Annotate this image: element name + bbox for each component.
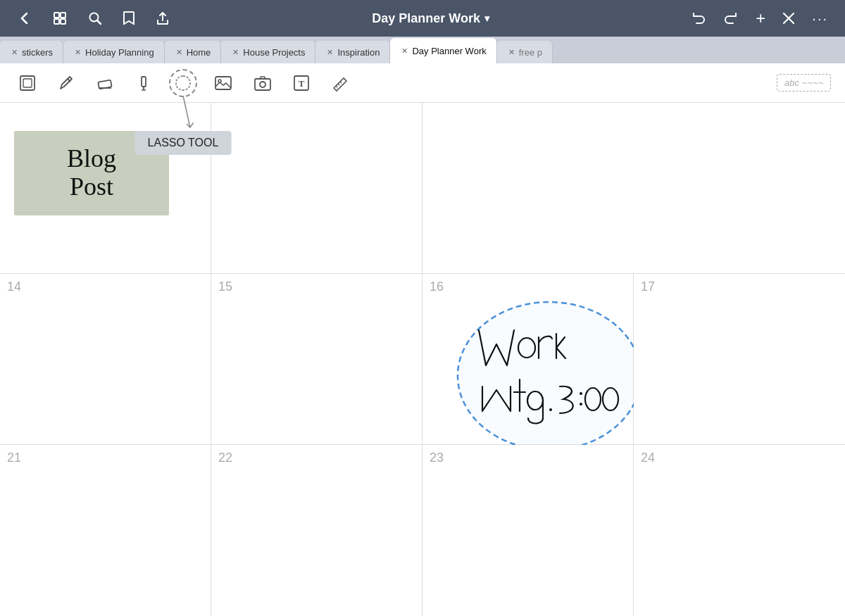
lasso-arrow [173,96,194,131]
cal-cell-top-2[interactable] [211,103,423,274]
svg-point-32 [585,388,601,410]
svg-rect-1 [61,13,65,18]
svg-rect-19 [255,79,270,90]
eraser-tool[interactable] [92,70,118,96]
tab-close-stickers[interactable]: ✕ [11,48,18,57]
tab-inspiration[interactable]: ✕ Inspiration [315,41,390,63]
tab-close-house[interactable]: ✕ [232,48,239,57]
close-button[interactable] [777,9,801,27]
svg-rect-2 [54,19,59,24]
tab-close-free-p[interactable]: ✕ [508,48,515,57]
svg-text:T: T [299,78,305,89]
window-title: Day Planner Work ▾ [184,11,677,26]
toolbar: LASSO TOOL T abc ~~~~ [0,63,845,103]
tab-holiday-planning[interactable]: ✕ Holiday Planning [63,41,165,63]
svg-rect-9 [23,79,32,87]
highlighter-tool[interactable] [131,70,156,96]
cal-cell-21[interactable]: 21 [0,445,211,616]
dropdown-icon[interactable]: ▾ [484,13,489,24]
svg-line-16 [183,96,190,127]
blog-post-text: BlogPost [67,145,116,201]
date-15: 15 [218,279,232,294]
tab-free-p[interactable]: ✕ free p [497,41,553,63]
tab-close-home[interactable]: ✕ [176,48,182,57]
svg-rect-13 [142,77,146,87]
main-content: BlogPost 14 15 16 [0,103,845,616]
svg-rect-0 [54,13,59,18]
image-tool[interactable] [210,70,237,96]
bookmark-button[interactable] [117,8,141,29]
lasso-tooltip: LASSO TOOL [135,131,232,155]
text-tool[interactable]: T [289,70,314,96]
tab-label-free-p: free p [519,47,542,58]
camera-tool[interactable] [249,70,276,96]
tab-label-house: House Projects [243,47,305,58]
title-text: Day Planner Work [372,11,480,26]
tab-house-projects[interactable]: ✕ House Projects [221,41,315,63]
cal-cell-14[interactable]: 14 [0,274,211,445]
date-22: 22 [218,451,232,465]
add-button[interactable]: + [750,6,771,31]
redo-button[interactable] [718,8,744,29]
date-16: 16 [430,279,444,294]
cal-cell-top-4[interactable] [634,103,845,274]
svg-point-28 [527,391,543,410]
tab-close-holiday[interactable]: ✕ [75,48,81,57]
svg-line-23 [338,84,339,85]
cal-cell-top-3[interactable] [423,103,634,274]
svg-point-29 [549,408,552,411]
select-tool[interactable] [14,70,41,96]
tab-stickers[interactable]: ✕ stickers [0,41,63,63]
svg-line-24 [340,82,342,83]
svg-point-27 [518,338,535,358]
lasso-tool[interactable] [169,69,197,97]
svg-rect-3 [61,19,65,24]
abc-tool-label: abc ~~~~ [784,77,823,88]
tab-label-stickers: stickers [22,47,53,58]
lasso-tooltip-text: LASSO TOOL [148,137,219,149]
undo-button[interactable] [685,8,712,29]
search-button[interactable] [82,8,108,29]
handwriting-work-mtg [472,309,627,443]
svg-point-31 [580,403,582,406]
date-21: 21 [7,451,21,465]
cal-cell-23[interactable]: 23 [423,445,634,616]
cal-cell-22[interactable]: 22 [211,445,423,616]
date-23: 23 [430,451,444,465]
tabs-bar: ✕ stickers ✕ Holiday Planning ✕ Home ✕ H… [0,37,845,63]
date-14: 14 [7,279,21,294]
svg-point-33 [603,388,618,410]
svg-line-25 [336,86,337,87]
tab-close-inspiration[interactable]: ✕ [327,48,333,57]
ruler-tool[interactable] [327,70,353,96]
lasso-selection-area [451,295,648,457]
abc-tool[interactable]: abc ~~~~ [777,74,831,92]
date-24: 24 [641,451,655,465]
more-button[interactable]: ··· [806,8,834,30]
tab-label-day-planner: Day Planner Work [412,46,486,56]
tab-label-holiday: Holiday Planning [85,47,154,58]
top-bar: Day Planner Work ▾ + ··· [0,0,845,37]
pen-tool[interactable] [54,70,79,96]
svg-rect-8 [20,76,35,90]
svg-rect-17 [215,77,231,89]
tab-close-day-planner[interactable]: ✕ [401,46,408,56]
cal-cell-16[interactable]: 16 [423,274,634,445]
tab-label-inspiration: Inspiration [337,47,380,58]
calendar-grid: BlogPost 14 15 16 [0,103,845,616]
grid-button[interactable] [46,8,73,29]
svg-point-30 [580,392,582,395]
cal-cell-15[interactable]: 15 [211,274,423,445]
cal-cell-17[interactable]: 17 [634,274,845,445]
lasso-tool-container: LASSO TOOL [169,69,197,97]
cal-cell-24[interactable]: 24 [634,445,845,616]
tab-label-home: Home [187,47,211,58]
back-button[interactable] [11,8,38,29]
tab-day-planner[interactable]: ✕ Day Planner Work [390,38,496,63]
date-17: 17 [641,279,655,294]
share-button[interactable] [149,8,176,29]
tab-home[interactable]: ✕ Home [165,41,222,63]
svg-line-5 [97,20,101,24]
svg-point-20 [260,82,265,87]
